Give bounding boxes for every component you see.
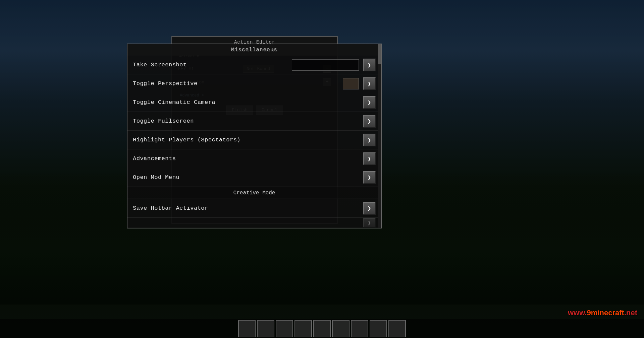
toggle-perspective-row: Toggle Perspective ❯ — [127, 74, 381, 93]
hotbar-slot-4[interactable] — [294, 320, 312, 337]
hotbar-slot-2[interactable] — [257, 320, 274, 337]
hotbar-slot-9[interactable] — [388, 320, 406, 337]
open-mod-menu-row: Open Mod Menu ❯ — [127, 168, 381, 187]
advancements-arrow-button[interactable]: ❯ — [363, 152, 376, 165]
take-screenshot-key-box[interactable] — [292, 59, 359, 71]
dialog-scrollbar[interactable] — [378, 44, 381, 228]
arrow-icon-6: ❯ — [368, 155, 371, 162]
take-screenshot-label: Take Screenshot — [133, 62, 292, 68]
main-keybind-dialog: Miscellaneous Take Screenshot ❯ Toggle P… — [127, 44, 382, 228]
watermark-domain: 9minecraft — [587, 309, 624, 317]
toggle-fullscreen-row: Toggle Fullscreen ❯ — [127, 112, 381, 131]
hotbar — [0, 319, 644, 338]
hotbar-slot-1[interactable] — [238, 320, 256, 337]
arrow-icon-8: ❯ — [368, 205, 371, 212]
save-hotbar-activator-label: Save Hotbar Activator — [133, 205, 363, 211]
toggle-cinematic-camera-arrow-button[interactable]: ❯ — [363, 96, 376, 109]
open-mod-menu-label: Open Mod Menu — [133, 174, 363, 181]
highlight-players-label: Highlight Players (Spectators) — [133, 137, 363, 143]
toggle-perspective-key-box[interactable] — [343, 78, 359, 89]
take-screenshot-arrow-button[interactable]: ❯ — [363, 59, 376, 71]
watermark-suffix: .net — [624, 309, 637, 317]
watermark: www.9minecraft.net — [568, 309, 637, 317]
miscellaneous-header: Miscellaneous — [127, 44, 381, 56]
toggle-cinematic-camera-label: Toggle Cinematic Camera — [133, 99, 363, 106]
hotbar-slot-3[interactable] — [276, 320, 293, 337]
creative-mode-header: Creative Mode — [127, 187, 381, 199]
toggle-perspective-label: Toggle Perspective — [133, 80, 343, 87]
toggle-perspective-arrow-button[interactable]: ❯ — [363, 77, 376, 90]
take-screenshot-row: Take Screenshot ❯ — [127, 56, 381, 74]
open-mod-menu-arrow-button[interactable]: ❯ — [363, 171, 376, 184]
save-hotbar-activator-row: Save Hotbar Activator ❯ — [127, 199, 381, 218]
arrow-icon: ❯ — [368, 61, 371, 69]
watermark-text: www. — [568, 309, 587, 317]
advancements-row: Advancements ❯ — [127, 149, 381, 168]
arrow-icon-9: ❯ — [368, 219, 371, 226]
partial-arrow-button[interactable]: ❯ — [363, 218, 376, 227]
arrow-icon-3: ❯ — [368, 99, 371, 106]
hotbar-slot-6[interactable] — [332, 320, 350, 337]
partial-row: ❯ — [127, 218, 381, 228]
toggle-fullscreen-label: Toggle Fullscreen — [133, 118, 363, 124]
toggle-cinematic-camera-row: Toggle Cinematic Camera ❯ — [127, 93, 381, 112]
save-hotbar-activator-arrow-button[interactable]: ❯ — [363, 202, 376, 215]
hotbar-slot-7[interactable] — [351, 320, 368, 337]
advancements-label: Advancements — [133, 155, 363, 162]
hotbar-slot-5[interactable] — [313, 320, 331, 337]
arrow-icon-5: ❯ — [368, 136, 371, 144]
dialog-scroll-thumb[interactable] — [378, 44, 381, 64]
toggle-fullscreen-arrow-button[interactable]: ❯ — [363, 115, 376, 128]
highlight-players-row: Highlight Players (Spectators) ❯ — [127, 131, 381, 149]
arrow-icon-2: ❯ — [368, 80, 371, 87]
arrow-icon-7: ❯ — [368, 174, 371, 181]
highlight-players-arrow-button[interactable]: ❯ — [363, 134, 376, 146]
hotbar-slot-8[interactable] — [370, 320, 387, 337]
arrow-icon-4: ❯ — [368, 118, 371, 125]
